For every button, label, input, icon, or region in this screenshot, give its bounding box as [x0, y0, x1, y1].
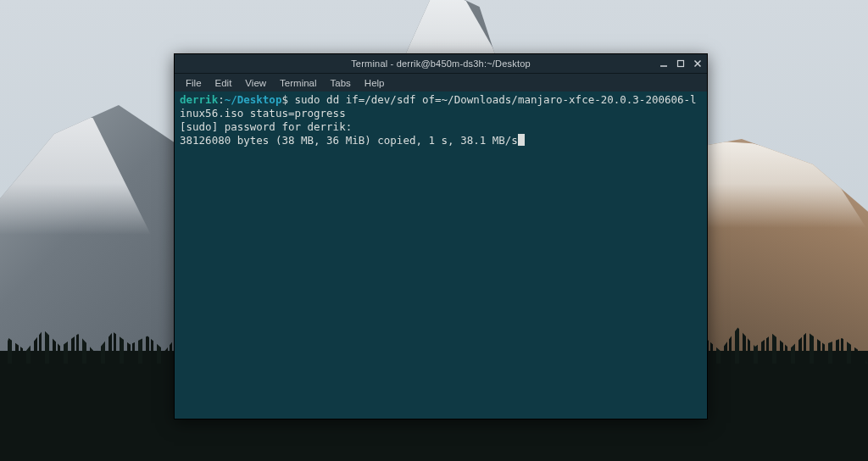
menu-help[interactable]: Help: [359, 76, 391, 90]
close-button[interactable]: [692, 58, 704, 69]
titlebar[interactable]: Terminal - derrik@b450m-ds3h:~/Desktop: [175, 54, 707, 73]
prompt-symbol: $: [281, 93, 288, 106]
window-controls: [658, 54, 704, 73]
output-progress: 38126080 bytes (38 MB, 36 MiB) copied, 1…: [180, 134, 518, 147]
minimize-button[interactable]: [658, 58, 670, 69]
menu-file[interactable]: File: [180, 76, 208, 90]
menu-edit[interactable]: Edit: [209, 76, 238, 90]
maximize-button[interactable]: [675, 58, 687, 69]
cursor-icon: [518, 134, 525, 146]
menu-tabs[interactable]: Tabs: [325, 76, 357, 90]
prompt-path: ~/Desktop: [225, 93, 282, 106]
prompt-separator: :: [218, 93, 225, 106]
window-title: Terminal - derrik@b450m-ds3h:~/Desktop: [351, 58, 531, 69]
terminal-body[interactable]: derrik:~/Desktop$ sudo dd if=/dev/sdf of…: [175, 92, 707, 419]
menu-terminal[interactable]: Terminal: [274, 76, 322, 90]
svg-rect-1: [678, 61, 684, 67]
menubar: File Edit View Terminal Tabs Help: [175, 73, 707, 92]
menu-view[interactable]: View: [239, 76, 272, 90]
output-sudo-prompt: [sudo] password for derrik:: [180, 120, 352, 133]
terminal-window: Terminal - derrik@b450m-ds3h:~/Desktop F…: [174, 53, 708, 419]
prompt-user: derrik: [180, 93, 218, 106]
